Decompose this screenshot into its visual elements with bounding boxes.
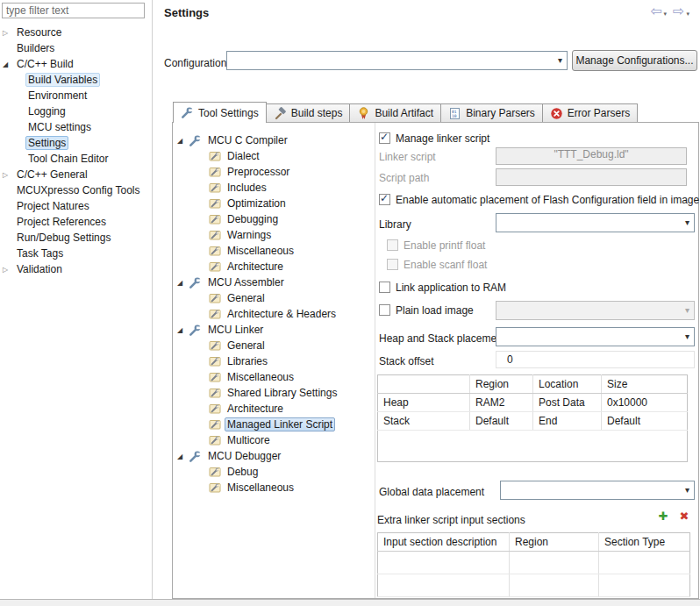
table-row[interactable] (378, 552, 690, 574)
flash-config-checkbox[interactable]: ✓ (379, 194, 390, 205)
tree-item-linker-general[interactable]: General (177, 338, 268, 353)
delete-icon[interactable]: ✖ (677, 510, 691, 524)
sidebar-item-build-variables[interactable]: Build Variables (3, 72, 100, 88)
tree-item-managed-linker-script[interactable]: Managed Linker Script (177, 417, 335, 432)
table-cell: RAM2 (470, 394, 533, 412)
collapse-arrow-icon[interactable]: ◢ (177, 453, 189, 460)
column-header[interactable] (378, 375, 470, 394)
sidebar-item-validation[interactable]: ▷ Validation (3, 261, 65, 277)
tree-item-architecture-headers[interactable]: Architecture & Headers (177, 306, 339, 322)
tab-tool-settings[interactable]: Tool Settings (173, 102, 267, 123)
sidebar-item-mcu-settings[interactable]: MCU settings (3, 119, 94, 135)
error-icon (550, 107, 563, 120)
manage-configurations-button[interactable]: Manage Configurations... (572, 50, 697, 71)
link-to-ram-checkbox[interactable] (379, 282, 390, 293)
tab-build-steps[interactable]: Build steps (266, 103, 351, 122)
table-cell (378, 431, 688, 462)
sidebar-item-builders[interactable]: Builders (3, 40, 57, 56)
library-select[interactable]: Redlib (nohost-nf) ▾ (496, 213, 695, 232)
tree-panel-sash[interactable] (375, 123, 375, 598)
tab-build-artifact[interactable]: Build Artifact (349, 103, 441, 122)
sidebar-item-tool-chain-editor[interactable]: Tool Chain Editor (3, 151, 111, 167)
tree-item-mcu-debugger[interactable]: ◢ MCU Debugger (177, 448, 283, 464)
tree-item-architecture[interactable]: Architecture (177, 259, 286, 274)
chevron-down-icon: ▾ (685, 214, 689, 232)
tree-item-warnings[interactable]: Warnings (177, 227, 274, 243)
link-to-ram-label: Link application to RAM (396, 280, 506, 296)
checkmark-icon: ✓ (380, 131, 389, 143)
column-header[interactable]: Section Type (599, 533, 690, 552)
forward-dropdown-icon[interactable]: ▾ (686, 11, 689, 18)
column-header[interactable]: Location (533, 375, 602, 394)
table-cell: Default (602, 412, 688, 431)
expand-arrow-icon[interactable]: ▷ (3, 171, 14, 179)
collapse-arrow-icon[interactable]: ◢ (177, 279, 189, 287)
filter-input[interactable] (2, 3, 145, 18)
tree-item-debugger-miscellaneous[interactable]: Miscellaneous (177, 480, 296, 495)
tree-item-debugging[interactable]: Debugging (177, 211, 281, 227)
tree-item-miscellaneous[interactable]: Miscellaneous (177, 243, 296, 259)
tree-item-multicore[interactable]: Multicore (177, 432, 273, 448)
memory-regions-table: Region Location Size Heap RAM2 Post Data… (377, 374, 688, 462)
forward-arrow-icon[interactable]: ⇨ (672, 4, 685, 19)
plain-load-image-checkbox[interactable] (379, 304, 390, 316)
sidebar-item-run-debug-settings[interactable]: Run/Debug Settings (3, 230, 113, 246)
tree-item-linker-architecture[interactable]: Architecture (177, 401, 286, 417)
library-label: Library (379, 217, 411, 232)
tree-item-label: Warnings (225, 228, 274, 242)
collapse-arrow-icon[interactable]: ◢ (3, 61, 14, 68)
sidebar-item-task-tags[interactable]: Task Tags (3, 246, 66, 261)
sidebar-item-cpp-build[interactable]: ◢ C/C++ Build (3, 56, 76, 72)
stack-offset-input[interactable] (496, 351, 695, 368)
column-header[interactable]: Size (602, 375, 688, 394)
sidebar-item-label: Task Tags (14, 246, 66, 260)
tree-item-linker-miscellaneous[interactable]: Miscellaneous (177, 369, 296, 385)
tree-item-dialect[interactable]: Dialect (177, 148, 262, 164)
tab-error-parsers[interactable]: Error Parsers (542, 103, 638, 122)
tree-item-shared-library-settings[interactable]: Shared Library Settings (177, 385, 339, 401)
tree-item-general[interactable]: General (177, 290, 268, 306)
tree-item-preprocessor[interactable]: Preprocessor (177, 164, 292, 180)
sidebar-item-logging[interactable]: Logging (3, 103, 68, 119)
tree-item-libraries[interactable]: Libraries (177, 353, 270, 369)
configuration-select[interactable]: Debug [ Active ] ▾ (226, 51, 568, 70)
sidebar-item-mcuxpresso-config-tools[interactable]: MCUXpresso Config Tools (3, 182, 143, 198)
settings-page-icon (209, 434, 221, 446)
collapse-arrow-icon[interactable]: ◢ (177, 326, 189, 334)
back-dropdown-icon[interactable]: ▾ (664, 11, 668, 18)
tree-item-mcu-linker[interactable]: ◢ MCU Linker (177, 322, 266, 338)
tree-item-mcu-assembler[interactable]: ◢ MCU Assembler (177, 274, 287, 290)
column-header[interactable]: Region (510, 533, 599, 552)
sidebar-item-cpp-general[interactable]: ▷ C/C++ General (3, 167, 90, 182)
tree-item-optimization[interactable]: Optimization (177, 196, 289, 211)
manage-linker-script-checkbox[interactable]: ✓ (379, 132, 390, 144)
linker-script-label: Linker script (379, 149, 436, 165)
linker-script-field: "TTT_Debug.ld" (496, 147, 687, 165)
table-row[interactable] (378, 574, 690, 597)
collapse-arrow-icon[interactable]: ◢ (177, 137, 189, 145)
settings-page-icon (209, 150, 221, 162)
table-cell: Stack (378, 412, 470, 431)
expand-arrow-icon[interactable]: ▷ (3, 266, 14, 274)
sidebar-item-settings[interactable]: Settings (3, 135, 68, 151)
sidebar-item-project-natures[interactable]: Project Natures (3, 198, 92, 214)
tree-item-mcu-c-compiler[interactable]: ◢ MCU C Compiler (177, 132, 290, 148)
tab-binary-parsers[interactable]: Binary Parsers (440, 103, 543, 122)
heap-stack-placement-select[interactable]: MCUXpresso Style ▾ (496, 327, 695, 346)
table-row-heap[interactable]: Heap RAM2 Post Data 0x10000 (378, 394, 688, 412)
tree-item-includes[interactable]: Includes (177, 180, 269, 196)
table-header-row: Region Location Size (378, 375, 688, 394)
column-header[interactable]: Input section description (378, 533, 510, 552)
expand-arrow-icon[interactable]: ▷ (3, 29, 14, 37)
global-data-placement-select[interactable]: Default ▾ (500, 481, 695, 500)
sidebar-item-environment[interactable]: Environment (3, 88, 89, 103)
table-row-stack[interactable]: Stack Default End Default (378, 412, 688, 431)
add-icon[interactable]: ✚ (656, 510, 670, 524)
tree-item-label: Includes (225, 181, 269, 195)
column-header[interactable]: Region (470, 375, 533, 394)
table-cell (510, 552, 599, 574)
sidebar-item-project-references[interactable]: Project References (3, 214, 109, 230)
back-arrow-icon[interactable]: ⇦ (649, 4, 662, 19)
tree-item-debug[interactable]: Debug (177, 464, 261, 480)
sidebar-item-resource[interactable]: ▷ Resource (3, 25, 64, 40)
